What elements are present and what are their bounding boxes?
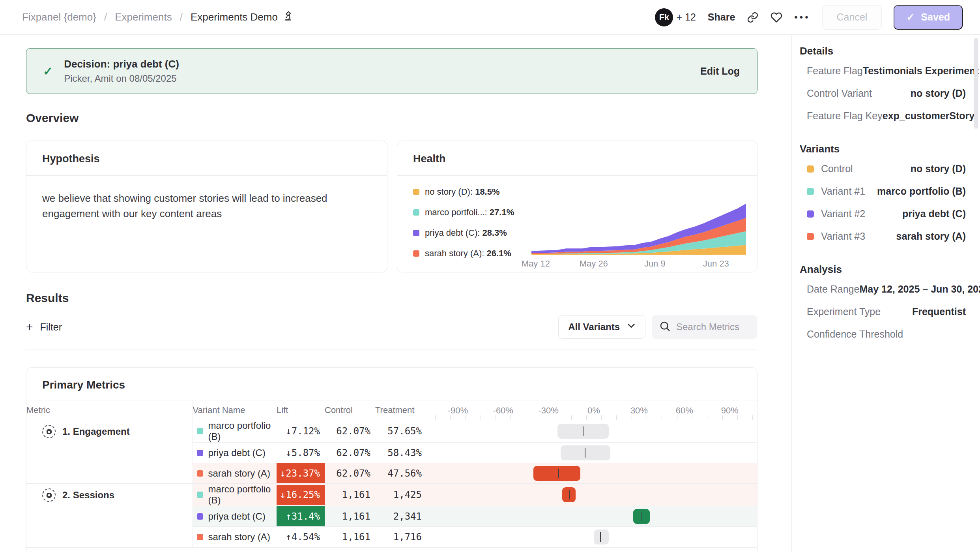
health-card: Health no story (D): 18.5%marco portfoli… xyxy=(397,141,757,272)
microscope-icon xyxy=(282,10,294,24)
variants-filter-select[interactable]: All Variants xyxy=(558,315,645,339)
breadcrumb-label: Experiments Demo xyxy=(191,11,278,23)
lift-cell: ↑31.4% xyxy=(277,506,325,527)
axis-label: -60% xyxy=(493,406,513,416)
lift-axis-header: -90%-60%-30%0%30%60%90% xyxy=(426,400,757,420)
lift-marker xyxy=(641,512,641,521)
analysis-heading: Analysis xyxy=(800,263,966,276)
confidence-interval-cell xyxy=(426,527,757,547)
decision-title: Decision: priya debt (C) xyxy=(64,58,179,70)
control-cell: 1,161 xyxy=(325,527,375,547)
column-header-lift: Lift xyxy=(277,400,325,420)
side-row-label: Control xyxy=(821,163,853,175)
axis-tick xyxy=(647,415,647,420)
variant-color-swatch xyxy=(807,210,814,218)
confidence-interval-cell xyxy=(426,443,757,463)
breadcrumb-item-2[interactable]: Experiments Demo xyxy=(191,10,294,24)
variant-cell: sarah story (A) xyxy=(193,463,277,484)
variant-label: priya debt (C) xyxy=(208,511,266,522)
edit-log-button[interactable]: Edit Log xyxy=(700,66,740,77)
variant-label: sarah story (A) xyxy=(208,468,270,479)
axis-tick xyxy=(481,415,481,420)
search-metrics-input[interactable] xyxy=(676,321,750,332)
lift-cell: ↓16.25% xyxy=(277,484,325,506)
side-row-feature-flag-key: Feature Flag Keyexp_customerStory xyxy=(807,105,966,127)
legend-label: priya debt (C): 28.3% xyxy=(425,228,507,238)
legend-item-0: no story (D): 18.5% xyxy=(413,187,531,197)
variant-name: marco portfolio (B) xyxy=(197,484,277,506)
health-chart-area: May 12May 26Jun 9Jun 23 xyxy=(531,182,747,271)
metrics-search-box[interactable] xyxy=(652,315,757,339)
axis-tick xyxy=(737,415,738,420)
metric-row[interactable]: 1. Engagementmarco portfolio (B)↓7.12%62… xyxy=(26,420,757,443)
side-row-variant-3: Variant #3sarah story (A) xyxy=(807,225,966,248)
metric-row[interactable]: 2. Sessionsmarco portfolio (B)↓16.25%1,1… xyxy=(26,484,757,506)
health-title: Health xyxy=(397,141,757,176)
variant-label: priya debt (C) xyxy=(208,447,266,458)
add-filter-button[interactable]: + Filter xyxy=(26,321,62,333)
axis-tick xyxy=(466,415,466,420)
column-header-variant: Variant Name xyxy=(193,400,277,420)
primary-metrics-table: Metric Variant Name Lift Control Treatme… xyxy=(26,400,757,547)
x-tick-label: May 12 xyxy=(522,259,550,269)
saved-button[interactable]: ✓ Saved xyxy=(894,5,963,30)
treatment-cell: 1,425 xyxy=(375,484,426,506)
axis-tick xyxy=(662,415,662,420)
decision-banner: ✓ Decision: priya debt (C) Picker, Amit … xyxy=(26,48,757,94)
side-row-label: Feature Flag xyxy=(807,65,863,77)
side-row-value: May 12, 2025 – Jun 30, 2025 xyxy=(859,284,980,295)
axis-label: 0% xyxy=(587,406,600,416)
legend-pct: 28.3% xyxy=(483,228,507,238)
axis-tick xyxy=(450,415,451,420)
side-row-label: Variant #2 xyxy=(821,208,865,220)
overview-heading: Overview xyxy=(26,111,757,125)
breadcrumb-item-1[interactable]: Experiments xyxy=(115,11,172,23)
variant-cell: marco portfolio (B) xyxy=(193,420,277,443)
axis-label: 30% xyxy=(630,406,648,416)
avatar-overflow-count[interactable]: + 12 xyxy=(676,11,696,23)
axis-tick xyxy=(632,415,632,420)
control-cell: 1,161 xyxy=(325,506,375,527)
decision-meta: Picker, Amit on 08/05/2025 xyxy=(64,73,179,84)
health-chart-x-axis: May 12May 26Jun 9Jun 23 xyxy=(531,255,746,271)
scrollbar-thumb[interactable] xyxy=(974,38,978,129)
column-header-metric: Metric xyxy=(26,400,193,420)
variant-name: priya debt (C) xyxy=(197,447,277,458)
axis-tick xyxy=(435,415,436,420)
confidence-interval-cell xyxy=(426,420,757,443)
avatar[interactable]: Fk xyxy=(655,8,673,26)
side-row-value: marco portfolio (B) xyxy=(877,186,966,197)
variant-color-swatch xyxy=(197,513,203,520)
side-row-value: Frequentist xyxy=(912,306,966,317)
favorite-heart-icon[interactable] xyxy=(771,11,782,23)
variant-cell: priya debt (C) xyxy=(193,506,277,527)
legend-label: no story (D): 18.5% xyxy=(425,187,500,197)
copy-link-icon[interactable] xyxy=(747,11,759,23)
x-tick-label: Jun 9 xyxy=(644,259,666,269)
variant-label: marco portfolio (B) xyxy=(208,420,277,442)
more-menu-button[interactable]: ••• xyxy=(794,12,810,23)
legend-label: marco portfoli...: 27.1% xyxy=(425,207,514,218)
share-button[interactable]: Share xyxy=(708,11,735,23)
lift-cell: ↓5.87% xyxy=(277,443,325,463)
side-row-value: sarah story (A) xyxy=(896,231,966,242)
variant-color-swatch xyxy=(807,188,814,195)
details-heading: Details xyxy=(800,45,966,57)
cancel-button[interactable]: Cancel xyxy=(822,5,882,30)
metric-name-cell[interactable]: 2. Sessions xyxy=(26,484,193,547)
control-cell: 62.07% xyxy=(325,443,375,463)
top-bar: Fixpanel {demo}/Experiments/Experiments … xyxy=(0,0,980,35)
metric-name-cell[interactable]: 1. Engagement xyxy=(26,420,193,484)
breadcrumb-item-0[interactable]: Fixpanel {demo} xyxy=(22,11,96,23)
variant-label: marco portfolio (B) xyxy=(208,484,277,506)
metric-label: 2. Sessions xyxy=(62,490,114,501)
lift-value: ↓16.25% xyxy=(277,485,325,505)
legend-swatch-icon xyxy=(413,230,419,236)
breadcrumb-label: Experiments xyxy=(115,11,172,23)
saved-label: Saved xyxy=(921,11,950,23)
avatar-stack[interactable]: Fk + 12 xyxy=(655,8,696,26)
metric-label: 1. Engagement xyxy=(62,426,130,437)
treatment-cell: 2,341 xyxy=(375,506,426,527)
add-metric-button[interactable]: + Add xyxy=(26,547,757,552)
side-row-control-variant: Control Variantno story (D) xyxy=(807,82,966,105)
